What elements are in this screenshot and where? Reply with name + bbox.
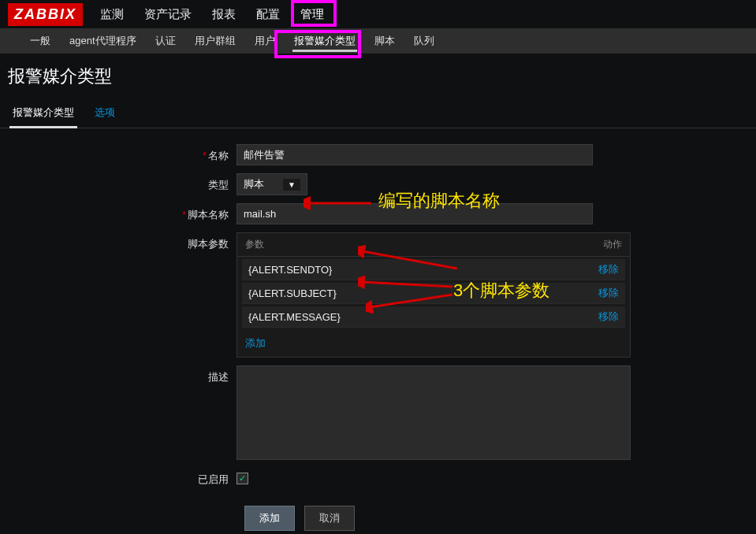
tab-options[interactable]: 选项 <box>91 99 118 128</box>
name-input[interactable] <box>236 144 593 165</box>
subnav-queue[interactable]: 队列 <box>412 31 436 51</box>
topnav-admin[interactable]: 管理 <box>297 2 327 27</box>
param-row: 移除 <box>242 306 625 328</box>
param-input-2[interactable] <box>248 311 592 323</box>
page-title: 报警媒介类型 <box>0 54 756 99</box>
subnav-agent[interactable]: agent代理程序 <box>68 31 138 51</box>
enabled-checkbox[interactable]: ✓ <box>236 473 248 484</box>
topnav-inventory[interactable]: 资产记录 <box>141 2 195 27</box>
chevron-down-icon: ▼ <box>283 179 300 191</box>
type-label: 类型 <box>0 173 236 192</box>
enabled-label: 已启用 <box>0 468 236 487</box>
sub-nav: 一般 agent代理程序 认证 用户群组 用户 报警媒介类型 脚本 队列 <box>0 28 756 54</box>
remove-param-1[interactable]: 移除 <box>598 286 619 300</box>
add-param-link[interactable]: 添加 <box>237 330 274 357</box>
script-name-label: *脚本名称 <box>0 203 236 222</box>
param-input-0[interactable] <box>248 264 592 276</box>
script-name-input[interactable] <box>236 203 593 224</box>
params-header-action: 动作 <box>590 238 622 251</box>
form-tabs: 报警媒介类型 选项 <box>0 99 756 128</box>
topnav-monitor[interactable]: 监测 <box>97 2 127 27</box>
params-table: 参数 动作 移除 移除 移除 添加 <box>236 232 631 358</box>
type-select[interactable]: 脚本 ▼ <box>236 173 307 195</box>
cancel-button[interactable]: 取消 <box>304 506 355 531</box>
logo: ZABBIX <box>8 3 83 26</box>
subnav-script[interactable]: 脚本 <box>373 31 397 51</box>
top-nav: ZABBIX 监测 资产记录 报表 配置 管理 <box>0 0 756 28</box>
param-input-1[interactable] <box>248 287 592 299</box>
topnav-reports[interactable]: 报表 <box>209 2 239 27</box>
topnav-config[interactable]: 配置 <box>253 2 283 27</box>
subnav-user[interactable]: 用户 <box>253 31 277 51</box>
remove-param-0[interactable]: 移除 <box>598 262 619 276</box>
tab-mediatype[interactable]: 报警媒介类型 <box>9 99 77 128</box>
subnav-mediatype[interactable]: 报警媒介类型 <box>292 31 357 52</box>
desc-label: 描述 <box>0 365 236 384</box>
subnav-general[interactable]: 一般 <box>28 31 52 51</box>
remove-param-2[interactable]: 移除 <box>598 310 619 324</box>
mediatype-form: *名称 类型 脚本 ▼ *脚本名称 脚本参数 参数 动作 移除 移除 <box>0 128 756 534</box>
param-row: 移除 <box>242 259 625 280</box>
name-label: *名称 <box>0 144 236 163</box>
param-row: 移除 <box>242 283 625 304</box>
submit-button[interactable]: 添加 <box>244 506 295 531</box>
params-label: 脚本参数 <box>0 232 236 251</box>
type-select-value: 脚本 <box>244 177 264 191</box>
subnav-auth[interactable]: 认证 <box>154 31 177 51</box>
subnav-usergroup[interactable]: 用户群组 <box>193 31 237 51</box>
params-header-param: 参数 <box>245 238 590 251</box>
desc-textarea[interactable] <box>236 365 631 460</box>
